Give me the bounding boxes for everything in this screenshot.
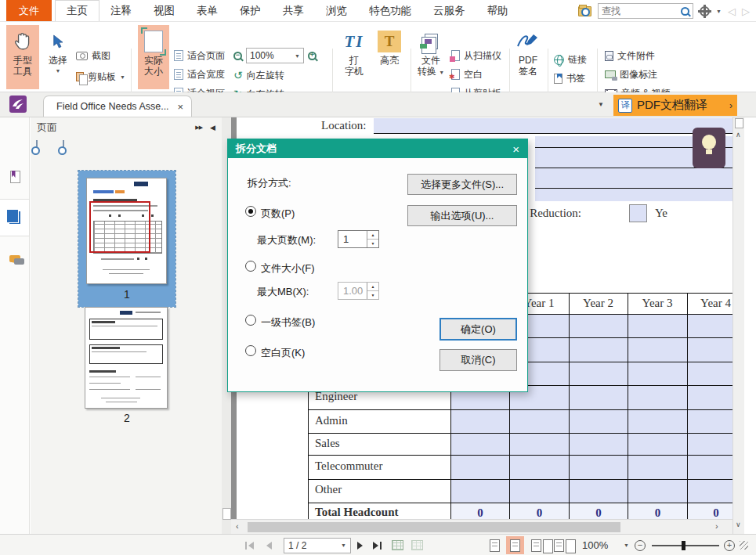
radio-top-bookmarks[interactable] bbox=[245, 315, 256, 326]
page-thumbnail-1[interactable]: 1 bbox=[78, 171, 175, 307]
document-tab[interactable]: Field Office Needs Asse... × bbox=[43, 96, 192, 117]
total-value[interactable]: 0 bbox=[570, 506, 628, 520]
search-input[interactable] bbox=[602, 5, 678, 16]
vertical-scrollbar[interactable]: ∧ ∨ bbox=[732, 117, 744, 534]
max-pages-spinner[interactable]: 1 ▲▼ bbox=[338, 230, 379, 248]
tab-home[interactable]: 主页 bbox=[55, 0, 99, 21]
next-view-button[interactable] bbox=[411, 535, 423, 555]
tab-form[interactable]: 表单 bbox=[186, 0, 229, 21]
zoom-in-icon[interactable]: + bbox=[308, 52, 317, 60]
hand-tool-button[interactable]: 手型 工具 bbox=[6, 25, 39, 89]
fit-page-button[interactable]: 适合页面 bbox=[174, 48, 225, 63]
last-page-button[interactable] bbox=[373, 535, 382, 555]
bookmark-button[interactable]: 书签 bbox=[554, 70, 585, 86]
nav-forward-icon[interactable]: ▷ bbox=[742, 5, 750, 17]
file-convert-button[interactable]: 文件 转换 ▼ bbox=[414, 25, 448, 89]
location-field[interactable] bbox=[374, 118, 739, 134]
comments-panel-button[interactable] bbox=[0, 240, 30, 277]
scroll-left-icon[interactable]: ‹ bbox=[236, 521, 239, 531]
thumbnail-zoom-in-button[interactable] bbox=[36, 141, 49, 155]
spin-up-icon[interactable]: ▲ bbox=[367, 231, 378, 240]
image-annotation-button[interactable]: 图像标注 bbox=[605, 67, 657, 82]
panel-collapse-icon[interactable]: ◀ bbox=[210, 124, 215, 132]
single-page-view-button[interactable] bbox=[486, 535, 504, 555]
total-value[interactable]: 0 bbox=[628, 506, 687, 520]
tabbar-caret-icon[interactable]: ▼ bbox=[598, 101, 604, 108]
zoom-out-icon[interactable]: − bbox=[233, 52, 242, 60]
scroll-up-icon[interactable]: ∧ bbox=[736, 131, 741, 139]
tab-help[interactable]: 帮助 bbox=[476, 0, 519, 21]
previous-page-button[interactable] bbox=[266, 535, 272, 555]
horizontal-scroll-thumb[interactable] bbox=[248, 522, 620, 532]
first-page-button[interactable] bbox=[245, 535, 254, 555]
panel-expand-icon[interactable]: ▶▶ bbox=[195, 124, 202, 131]
file-attachment-button[interactable]: 文件附件 bbox=[605, 48, 655, 63]
radio-file-size[interactable] bbox=[245, 261, 256, 272]
pages-panel-button[interactable] bbox=[0, 199, 30, 236]
scroll-right-icon[interactable]: › bbox=[715, 521, 718, 531]
app-logo-icon[interactable] bbox=[9, 96, 27, 113]
tab-browse[interactable]: 浏览 bbox=[315, 0, 358, 21]
dialog-title-bar[interactable]: 拆分文档 × bbox=[228, 139, 527, 158]
from-scanner-button[interactable]: 从扫描仪 bbox=[451, 48, 501, 63]
rotate-left-button[interactable]: ↺ 向左旋转 bbox=[233, 67, 284, 83]
scroll-down-icon[interactable]: ∨ bbox=[736, 521, 741, 528]
output-options-button[interactable]: 输出选项(U)... bbox=[407, 205, 517, 226]
link-button[interactable]: 链接 bbox=[554, 52, 587, 67]
tab-cloud[interactable]: 云服务 bbox=[422, 0, 476, 21]
horizontal-scrollbar[interactable]: ‹ › bbox=[231, 519, 732, 534]
thumbnail-zoom-out-button[interactable] bbox=[63, 141, 76, 155]
tip-lightbulb-button[interactable] bbox=[693, 128, 725, 168]
cancel-button[interactable]: 取消(C) bbox=[439, 349, 517, 371]
select-more-files-button[interactable]: 选择更多文件(S)... bbox=[407, 174, 517, 195]
bookmarks-panel-button[interactable] bbox=[0, 158, 30, 196]
zoom-slider[interactable] bbox=[652, 535, 719, 555]
tab-view[interactable]: 视图 bbox=[143, 0, 186, 21]
zoom-caret[interactable]: ▼ bbox=[624, 535, 629, 555]
zoom-level-combobox[interactable]: 100% ▼ bbox=[246, 48, 304, 63]
select-tool-button[interactable]: 选择 ▼ bbox=[42, 25, 74, 89]
gear-icon[interactable] bbox=[700, 6, 710, 16]
search-box[interactable] bbox=[598, 3, 693, 19]
total-value[interactable]: 0 bbox=[451, 506, 509, 520]
clipboard-button[interactable]: 剪贴板 ▼ bbox=[76, 69, 125, 85]
zoom-in-button[interactable]: + bbox=[724, 535, 735, 555]
page-thumbnail-2[interactable]: 2 bbox=[85, 307, 169, 410]
resize-grip[interactable] bbox=[740, 535, 748, 555]
nav-back-icon[interactable]: ◁ bbox=[728, 5, 736, 17]
pdf-translate-button[interactable]: 译 PDF文档翻译 › bbox=[613, 95, 737, 116]
radio-blank-page[interactable] bbox=[245, 345, 256, 356]
dialog-close-icon[interactable]: × bbox=[512, 142, 519, 156]
tab-protect[interactable]: 保护 bbox=[229, 0, 272, 21]
previous-view-button[interactable] bbox=[392, 535, 403, 555]
gear-caret-icon[interactable]: ▼ bbox=[716, 9, 722, 14]
tab-features[interactable]: 特色功能 bbox=[358, 0, 422, 21]
search-icon[interactable] bbox=[681, 7, 689, 16]
tab-comment[interactable]: 注释 bbox=[99, 0, 143, 21]
facing-view-button[interactable] bbox=[527, 535, 545, 555]
total-value[interactable]: 0 bbox=[510, 506, 569, 520]
snapshot-button[interactable]: 截图 bbox=[76, 48, 110, 63]
advanced-search-icon[interactable] bbox=[578, 6, 591, 16]
continuous-facing-view-button[interactable] bbox=[550, 535, 568, 555]
page-number-combobox[interactable]: 1 / 2▼ bbox=[284, 535, 351, 555]
blank-page-button[interactable]: 空白 bbox=[451, 67, 483, 82]
typewriter-button[interactable]: TI 打 字机 bbox=[338, 25, 370, 89]
headcount-yes-checkbox[interactable] bbox=[629, 204, 647, 222]
pdf-sign-button[interactable]: PDF 签名 bbox=[512, 25, 544, 89]
tab-share[interactable]: 共享 bbox=[272, 0, 315, 21]
vertical-scroll-thumb[interactable] bbox=[735, 118, 743, 128]
tab-close-icon[interactable]: × bbox=[177, 101, 183, 113]
file-menu-button[interactable]: 文件 bbox=[6, 0, 52, 21]
actual-size-button[interactable]: 实际 大小 bbox=[138, 25, 169, 89]
fit-width-button[interactable]: 适合宽度 bbox=[174, 67, 225, 82]
ok-button[interactable]: 确定(O) bbox=[439, 318, 517, 341]
zoom-out-button[interactable]: − bbox=[635, 535, 646, 555]
radio-page-count[interactable] bbox=[245, 206, 256, 217]
highlight-button[interactable]: T 高亮 bbox=[373, 25, 406, 89]
panel-scroll-stub[interactable] bbox=[222, 508, 231, 520]
next-page-button[interactable] bbox=[357, 535, 363, 555]
spin-down-icon[interactable]: ▼ bbox=[367, 240, 378, 247]
continuous-view-button[interactable] bbox=[506, 535, 524, 555]
zoom-slider-handle[interactable] bbox=[682, 541, 685, 550]
